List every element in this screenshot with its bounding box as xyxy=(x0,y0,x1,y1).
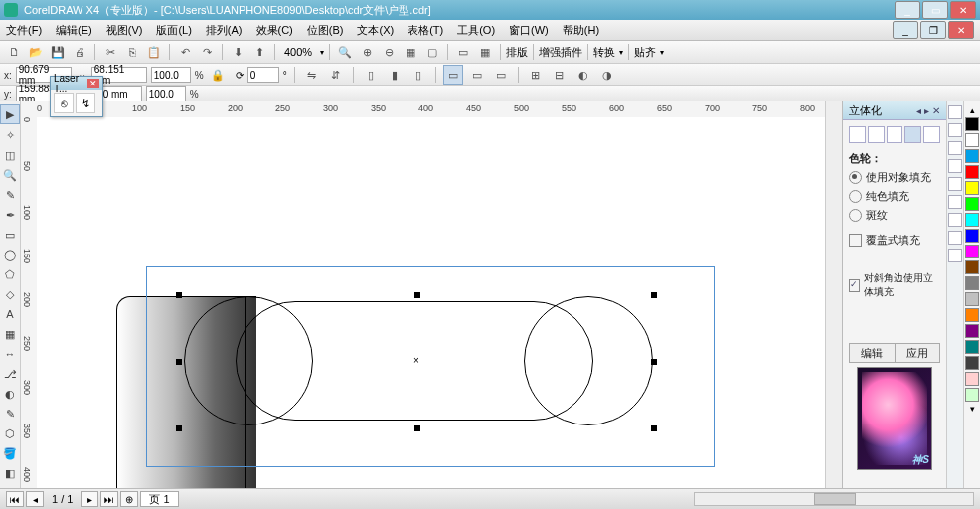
doc-close-button[interactable]: ✕ xyxy=(948,21,974,39)
extrude-mode-2[interactable] xyxy=(868,126,885,143)
chevron-down-icon[interactable]: ▾ xyxy=(619,48,623,57)
extrude-mode-5[interactable] xyxy=(923,126,940,143)
snap-icon[interactable]: ▭ xyxy=(453,42,473,62)
color-swatch[interactable] xyxy=(965,340,979,354)
ruler-vertical[interactable]: 050100150200250300350400450 xyxy=(21,117,38,489)
selection-handle[interactable] xyxy=(414,425,420,431)
color-swatch[interactable] xyxy=(965,229,979,243)
extrude-mode-3[interactable] xyxy=(887,126,903,143)
ruler-horizontal[interactable]: 0501001502002503003504004505005506006507… xyxy=(37,101,842,118)
zoom-out-icon[interactable]: ⊖ xyxy=(379,42,399,62)
align-r-icon[interactable]: ▯ xyxy=(408,65,428,85)
check-drape-fill[interactable] xyxy=(849,234,862,247)
text-tool[interactable]: A xyxy=(1,305,19,323)
maximize-button[interactable]: ▭ xyxy=(922,1,948,19)
selection-handle[interactable] xyxy=(176,359,182,365)
connector-tool[interactable]: ⎇ xyxy=(1,365,19,383)
doc-restore-button[interactable]: ❐ xyxy=(920,21,946,39)
ellipse-tool[interactable]: ◯ xyxy=(1,246,19,263)
align-c-icon[interactable]: ▮ xyxy=(385,65,405,85)
effect-tool[interactable]: ◐ xyxy=(1,385,19,403)
extra-convert[interactable]: 转换 xyxy=(593,45,615,60)
extra-layout[interactable]: 排版 xyxy=(506,45,528,60)
outline-tool[interactable]: ⬡ xyxy=(1,424,19,442)
interactive-fill-tool[interactable]: ◧ xyxy=(1,464,19,482)
rectangle-tool[interactable]: ▭ xyxy=(1,226,19,244)
floating-laser-toolbar[interactable]: Laser T... ✕ ⎋ ↯ xyxy=(50,76,103,117)
docker-icon-4[interactable] xyxy=(948,159,962,173)
group-icon[interactable]: ⊞ xyxy=(526,65,546,85)
dimension-tool[interactable]: ↔ xyxy=(1,345,19,363)
color-swatch[interactable] xyxy=(965,181,979,195)
extrude-mode-4[interactable] xyxy=(904,126,921,143)
docker-close-icon[interactable]: ✕ xyxy=(932,105,940,116)
palette-up-icon[interactable]: ▴ xyxy=(970,105,975,115)
sx-field[interactable]: 100.0 xyxy=(151,67,191,83)
menu-help[interactable]: 帮助(H) xyxy=(563,23,599,38)
selection-handle[interactable] xyxy=(651,425,657,431)
paste-button[interactable]: 📋 xyxy=(144,42,164,62)
extra-plugin[interactable]: 增强插件 xyxy=(539,45,582,60)
extrude-mode-1[interactable] xyxy=(849,126,866,143)
next-page-button[interactable]: ▸ xyxy=(81,491,98,507)
open-button[interactable]: 📂 xyxy=(26,42,46,62)
selection-handle[interactable] xyxy=(414,292,420,298)
zoom-tool[interactable]: 🔍 xyxy=(1,166,19,184)
zoom-dropdown-icon[interactable]: ▾ xyxy=(320,48,324,57)
mirror-v-icon[interactable]: ⇵ xyxy=(326,65,346,85)
selection-handle[interactable] xyxy=(176,292,182,298)
copy-button[interactable]: ⎘ xyxy=(122,42,142,62)
crop-tool[interactable]: ◫ xyxy=(1,146,19,164)
color-swatch[interactable] xyxy=(965,213,979,227)
hscroll-thumb[interactable] xyxy=(814,493,856,505)
menu-file[interactable]: 文件(F) xyxy=(6,23,42,38)
color-swatch[interactable] xyxy=(965,356,979,370)
color-swatch[interactable] xyxy=(965,308,979,322)
fill-tool[interactable]: 🪣 xyxy=(1,444,19,462)
eyedropper-tool[interactable]: ✎ xyxy=(1,405,19,423)
docker-icon-8[interactable] xyxy=(948,231,962,245)
apply-button[interactable]: 应用 xyxy=(896,343,941,363)
last-page-button[interactable]: ⏭ xyxy=(100,491,118,507)
canvas[interactable]: × xyxy=(37,117,842,489)
export-button[interactable]: ⬆ xyxy=(249,42,269,62)
wrap-mode3-icon[interactable]: ▭ xyxy=(491,65,511,85)
color-swatch[interactable] xyxy=(965,149,979,163)
save-button[interactable]: 💾 xyxy=(48,42,68,62)
color-swatch[interactable] xyxy=(965,292,979,306)
vertical-scrollbar[interactable] xyxy=(825,101,842,489)
hscroll-track[interactable] xyxy=(694,492,974,506)
laser-tool-1[interactable]: ⎋ xyxy=(54,93,74,113)
selection-handle[interactable] xyxy=(651,292,657,298)
docker-icon-3[interactable] xyxy=(948,141,962,155)
menu-effect[interactable]: 效果(C) xyxy=(256,23,293,38)
color-swatch[interactable] xyxy=(965,260,979,274)
docker-icon-1[interactable] xyxy=(948,105,962,119)
radio-shade-fill[interactable] xyxy=(849,209,862,222)
docker-icon-7[interactable] xyxy=(948,213,962,227)
undo-button[interactable]: ↶ xyxy=(175,42,195,62)
color-swatch[interactable] xyxy=(965,245,979,258)
align-l-icon[interactable]: ▯ xyxy=(361,65,381,85)
table-tool[interactable]: ▦ xyxy=(1,325,19,343)
pick-tool[interactable]: ▶ xyxy=(0,104,20,124)
radio-solid-fill[interactable] xyxy=(849,190,862,203)
prev-page-button[interactable]: ◂ xyxy=(26,491,44,507)
menu-table[interactable]: 表格(T) xyxy=(408,23,443,38)
color-swatch[interactable] xyxy=(965,372,979,386)
minimize-button[interactable]: _ xyxy=(895,1,920,19)
zoom-field[interactable]: 400% xyxy=(280,46,316,58)
menu-window[interactable]: 窗口(W) xyxy=(509,23,549,38)
wrap-mode-icon[interactable]: ▭ xyxy=(443,65,463,85)
menu-arrange[interactable]: 排列(A) xyxy=(206,23,243,38)
color-swatch[interactable] xyxy=(965,133,979,147)
color-swatch[interactable] xyxy=(965,324,979,338)
ruler-corner[interactable] xyxy=(21,101,38,118)
sy-field[interactable]: 100.0 xyxy=(146,86,186,102)
close-button[interactable]: ✕ xyxy=(950,1,976,19)
add-page-button[interactable]: ⊕ xyxy=(120,491,138,507)
grid-icon[interactable]: ▦ xyxy=(475,42,495,62)
menu-tools[interactable]: 工具(O) xyxy=(457,23,495,38)
polygon-tool[interactable]: ⬠ xyxy=(1,265,19,283)
import-button[interactable]: ⬇ xyxy=(228,42,247,62)
